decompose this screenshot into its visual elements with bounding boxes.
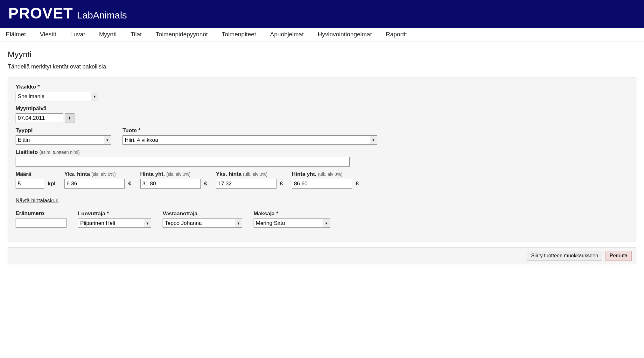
qty-label: Määrä <box>16 171 57 177</box>
payer-label: Maksaja * <box>254 211 330 217</box>
unitprice-ex-input[interactable] <box>216 179 276 189</box>
product-select[interactable]: Hiiri, 4 viikkoa <box>122 135 377 145</box>
nav-luvat[interactable]: Luvat <box>70 31 85 38</box>
nav-tilat[interactable]: Tilat <box>130 31 142 38</box>
giver-select[interactable]: Piiparinen Heli <box>78 218 151 228</box>
product-label: Tuote * <box>122 127 377 134</box>
goto-edit-button[interactable]: Siirry tuotteen muokkaukseen <box>527 251 602 261</box>
date-picker-button[interactable]: + <box>65 113 74 123</box>
nav-myynti[interactable]: Myynti <box>99 31 116 38</box>
app-header: PROVET LabAnimals <box>0 0 644 28</box>
main-nav: Eläimet Viestit Luvat Myynti Tilat Toime… <box>0 28 644 41</box>
qty-unit: kpl <box>48 181 56 187</box>
sale-date-input[interactable] <box>16 113 63 123</box>
qty-input[interactable] <box>16 179 44 189</box>
batch-input[interactable] <box>16 218 66 228</box>
total-in-input[interactable] <box>140 179 201 189</box>
batch-label: Eränumero <box>16 210 66 217</box>
form-panel: Yksikkö * Snellmania ▼ Myyntipäivä + Tyy… <box>8 77 636 241</box>
unitprice-in-label: Yks. hinta (sis. alv 0%) <box>64 171 133 177</box>
date-label: Myyntipäivä <box>16 105 628 112</box>
brand-sub: LabAnimals <box>77 10 127 20</box>
page-title: Myynti <box>8 50 636 60</box>
nav-hyvinvointiongelmat[interactable]: Hyvinvointiongelmat <box>318 31 372 38</box>
price-calculator-link[interactable]: Näytä hintalaskuri <box>16 197 59 204</box>
total-ex-label: Hinta yht. (ulk. alv 0%) <box>292 171 360 177</box>
nav-raportit[interactable]: Raportit <box>386 31 407 38</box>
cancel-button[interactable]: Peruuta <box>606 251 632 261</box>
currency-label: € <box>204 181 207 187</box>
total-ex-input[interactable] <box>292 179 352 189</box>
currency-label: € <box>280 181 283 187</box>
unitprice-in-input[interactable] <box>64 179 125 189</box>
unit-select[interactable]: Snellmania <box>16 92 98 101</box>
brand-name: PROVET <box>8 5 73 22</box>
currency-label: € <box>356 181 359 187</box>
receiver-label: Vastaanottaja <box>163 211 242 217</box>
action-bar: Siirry tuotteen muokkaukseen Peruuta <box>8 247 636 264</box>
extra-info-input[interactable] <box>16 157 350 167</box>
unitprice-ex-label: Yks. hinta (ulk. alv 0%) <box>216 171 285 177</box>
total-in-label: Hinta yht. (sis. alv 0%) <box>140 171 209 177</box>
nav-elaimet[interactable]: Eläimet <box>6 31 26 38</box>
nav-toimenpidepyynnot[interactable]: Toimenpidepyynnöt <box>156 31 208 38</box>
unit-label: Yksikkö * <box>16 84 628 90</box>
extra-label: Lisätieto (esim. tuotteen nimi) <box>16 149 628 155</box>
type-select[interactable]: Eläin <box>16 135 111 145</box>
required-note: Tähdellä merkityt kentät ovat pakollisia… <box>8 63 636 70</box>
type-label: Tyyppi <box>16 127 111 134</box>
nav-apuohjelmat[interactable]: Apuohjelmat <box>270 31 304 38</box>
nav-viestit[interactable]: Viestit <box>40 31 56 38</box>
nav-toimenpiteet[interactable]: Toimenpiteet <box>222 31 256 38</box>
giver-label: Luovuttaja * <box>78 211 151 217</box>
payer-select[interactable]: Mering Satu <box>254 218 330 228</box>
receiver-select[interactable]: Teppo Johanna <box>163 218 242 228</box>
currency-label: € <box>128 181 131 187</box>
